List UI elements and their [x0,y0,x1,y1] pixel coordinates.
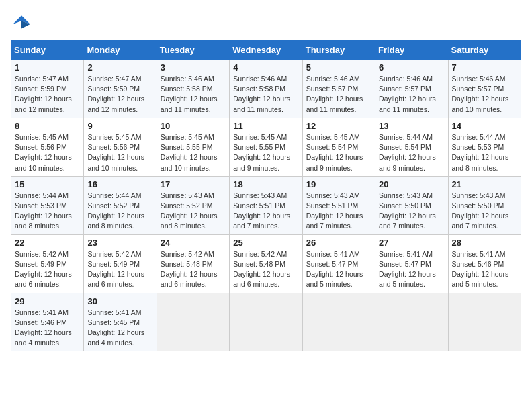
day-info: Sunrise: 5:44 AM Sunset: 5:53 PM Dayligh… [15,191,80,232]
day-info: Sunrise: 5:41 AM Sunset: 5:46 PM Dayligh… [452,249,517,290]
day-info: Sunrise: 5:45 AM Sunset: 5:55 PM Dayligh… [233,132,298,173]
calendar-cell: 30Sunrise: 5:41 AM Sunset: 5:45 PM Dayli… [84,293,157,351]
calendar-week-1: 1Sunrise: 5:47 AM Sunset: 5:59 PM Daylig… [11,60,521,118]
calendar-cell: 15Sunrise: 5:44 AM Sunset: 5:53 PM Dayli… [11,176,84,234]
day-info: Sunrise: 5:42 AM Sunset: 5:49 PM Dayligh… [87,249,152,290]
day-info: Sunrise: 5:47 AM Sunset: 5:59 PM Dayligh… [87,74,152,115]
calendar-cell: 17Sunrise: 5:43 AM Sunset: 5:52 PM Dayli… [157,176,229,234]
day-number: 8 [15,121,80,131]
day-number: 30 [87,296,152,306]
day-number: 12 [306,121,371,131]
day-info: Sunrise: 5:46 AM Sunset: 5:57 PM Dayligh… [379,74,444,115]
day-number: 2 [87,62,152,73]
calendar-cell: 18Sunrise: 5:43 AM Sunset: 5:51 PM Dayli… [230,176,302,234]
day-number: 16 [87,179,152,189]
calendar-week-5: 29Sunrise: 5:41 AM Sunset: 5:46 PM Dayli… [11,293,521,351]
calendar-cell: 25Sunrise: 5:42 AM Sunset: 5:48 PM Dayli… [230,234,302,293]
day-number: 21 [452,179,517,189]
day-number: 7 [452,62,517,73]
calendar-cell: 1Sunrise: 5:47 AM Sunset: 5:59 PM Daylig… [11,60,84,118]
day-number: 4 [233,62,298,73]
day-info: Sunrise: 5:45 AM Sunset: 5:55 PM Dayligh… [161,132,226,173]
day-info: Sunrise: 5:47 AM Sunset: 5:59 PM Dayligh… [15,74,80,115]
day-number: 24 [161,238,226,248]
logo [11,13,35,35]
weekday-header-thursday: Thursday [302,41,375,60]
day-number: 14 [452,121,517,131]
calendar-cell [302,293,375,351]
calendar-cell: 29Sunrise: 5:41 AM Sunset: 5:46 PM Dayli… [11,293,84,351]
day-info: Sunrise: 5:45 AM Sunset: 5:56 PM Dayligh… [87,132,152,173]
day-info: Sunrise: 5:45 AM Sunset: 5:56 PM Dayligh… [15,132,80,173]
day-info: Sunrise: 5:41 AM Sunset: 5:46 PM Dayligh… [15,308,80,349]
day-info: Sunrise: 5:44 AM Sunset: 5:52 PM Dayligh… [87,191,152,232]
logo-icon [11,13,32,35]
weekday-header-monday: Monday [84,41,157,60]
day-number: 10 [161,121,226,131]
calendar-cell: 4Sunrise: 5:46 AM Sunset: 5:58 PM Daylig… [230,60,302,118]
day-number: 1 [15,62,80,73]
day-number: 22 [15,238,80,248]
day-number: 18 [233,179,298,189]
calendar-cell: 27Sunrise: 5:41 AM Sunset: 5:47 PM Dayli… [375,234,448,293]
day-info: Sunrise: 5:45 AM Sunset: 5:54 PM Dayligh… [306,132,371,173]
calendar-cell: 21Sunrise: 5:43 AM Sunset: 5:50 PM Dayli… [448,176,521,234]
day-info: Sunrise: 5:43 AM Sunset: 5:50 PM Dayligh… [452,191,517,232]
calendar-cell: 14Sunrise: 5:44 AM Sunset: 5:53 PM Dayli… [448,118,521,176]
day-info: Sunrise: 5:46 AM Sunset: 5:57 PM Dayligh… [452,74,517,115]
day-info: Sunrise: 5:43 AM Sunset: 5:50 PM Dayligh… [379,191,444,232]
calendar-cell: 9Sunrise: 5:45 AM Sunset: 5:56 PM Daylig… [84,118,157,176]
calendar-cell: 13Sunrise: 5:44 AM Sunset: 5:54 PM Dayli… [375,118,448,176]
calendar-week-3: 15Sunrise: 5:44 AM Sunset: 5:53 PM Dayli… [11,176,521,234]
day-info: Sunrise: 5:43 AM Sunset: 5:51 PM Dayligh… [233,191,298,232]
day-info: Sunrise: 5:43 AM Sunset: 5:51 PM Dayligh… [306,191,371,232]
weekday-header-saturday: Saturday [448,41,521,60]
day-number: 13 [379,121,444,131]
day-number: 6 [379,62,444,73]
calendar-cell: 6Sunrise: 5:46 AM Sunset: 5:57 PM Daylig… [375,60,448,118]
day-info: Sunrise: 5:42 AM Sunset: 5:48 PM Dayligh… [161,249,226,290]
calendar-cell: 3Sunrise: 5:46 AM Sunset: 5:58 PM Daylig… [157,60,229,118]
day-number: 19 [306,179,371,189]
day-info: Sunrise: 5:41 AM Sunset: 5:45 PM Dayligh… [87,308,152,349]
day-number: 27 [379,238,444,248]
calendar-cell: 7Sunrise: 5:46 AM Sunset: 5:57 PM Daylig… [448,60,521,118]
day-info: Sunrise: 5:46 AM Sunset: 5:58 PM Dayligh… [233,74,298,115]
calendar-week-2: 8Sunrise: 5:45 AM Sunset: 5:56 PM Daylig… [11,118,521,176]
day-number: 9 [87,121,152,131]
day-number: 23 [87,238,152,248]
calendar-table: SundayMondayTuesdayWednesdayThursdayFrid… [11,40,521,351]
calendar-cell: 28Sunrise: 5:41 AM Sunset: 5:46 PM Dayli… [448,234,521,293]
calendar-cell [230,293,302,351]
day-number: 26 [306,238,371,248]
day-info: Sunrise: 5:43 AM Sunset: 5:52 PM Dayligh… [161,191,226,232]
calendar-cell [157,293,229,351]
calendar-cell: 2Sunrise: 5:47 AM Sunset: 5:59 PM Daylig… [84,60,157,118]
calendar-cell: 26Sunrise: 5:41 AM Sunset: 5:47 PM Dayli… [302,234,375,293]
calendar-cell: 23Sunrise: 5:42 AM Sunset: 5:49 PM Dayli… [84,234,157,293]
calendar-cell: 16Sunrise: 5:44 AM Sunset: 5:52 PM Dayli… [84,176,157,234]
calendar-cell [448,293,521,351]
day-number: 17 [161,179,226,189]
weekday-header-tuesday: Tuesday [157,41,229,60]
day-number: 20 [379,179,444,189]
day-number: 15 [15,179,80,189]
header [11,11,521,35]
day-number: 5 [306,62,371,73]
day-info: Sunrise: 5:42 AM Sunset: 5:49 PM Dayligh… [15,249,80,290]
weekday-header-friday: Friday [375,41,448,60]
day-number: 29 [15,296,80,306]
calendar-header: SundayMondayTuesdayWednesdayThursdayFrid… [11,41,521,60]
calendar-cell: 22Sunrise: 5:42 AM Sunset: 5:49 PM Dayli… [11,234,84,293]
day-info: Sunrise: 5:46 AM Sunset: 5:57 PM Dayligh… [306,74,371,115]
calendar-cell: 10Sunrise: 5:45 AM Sunset: 5:55 PM Dayli… [157,118,229,176]
day-info: Sunrise: 5:42 AM Sunset: 5:48 PM Dayligh… [233,249,298,290]
calendar-cell: 11Sunrise: 5:45 AM Sunset: 5:55 PM Dayli… [230,118,302,176]
day-number: 3 [161,62,226,73]
calendar-week-4: 22Sunrise: 5:42 AM Sunset: 5:49 PM Dayli… [11,234,521,293]
calendar-cell [375,293,448,351]
calendar-cell: 24Sunrise: 5:42 AM Sunset: 5:48 PM Dayli… [157,234,229,293]
day-number: 28 [452,238,517,248]
weekday-header-sunday: Sunday [11,41,84,60]
day-number: 11 [233,121,298,131]
